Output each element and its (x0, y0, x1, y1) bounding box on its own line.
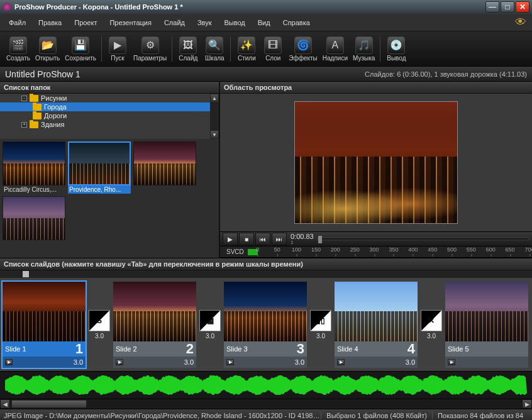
prev-button[interactable]: ⏮ (255, 233, 270, 245)
menu-правка[interactable]: Правка (32, 16, 68, 29)
transition-duration: 3.0 (427, 333, 436, 340)
transition-item[interactable]: ✕3.0 (420, 310, 443, 340)
menu-файл[interactable]: Файл (3, 16, 32, 29)
thumbnail-item[interactable] (133, 141, 196, 194)
playback-controls: ▶ ■ ⏮ ⏭ 0:00.831 (220, 231, 532, 246)
transition-item[interactable]: ▦3.0 (199, 310, 221, 340)
folder-icon (33, 113, 42, 119)
transition-item[interactable]: ▮▯3.0 (309, 310, 332, 340)
next-button[interactable]: ⏭ (272, 233, 287, 245)
сохранить-icon: 💾 (72, 36, 89, 54)
play-icon[interactable]: ▶ (116, 359, 123, 365)
folder-tree-scrollbar[interactable]: ▲ ▼ (210, 94, 219, 139)
slide-titlebar: Slide 11 (3, 341, 86, 356)
toolbar-пуск-button[interactable]: ▶Пуск (104, 35, 131, 63)
menu-презентация[interactable]: Презентация (103, 16, 157, 29)
playback-slider[interactable] (318, 238, 529, 240)
slide-[interactable]: Slide 5▶ (445, 282, 528, 368)
ruler-tick: 300 (370, 246, 379, 253)
slide-4[interactable]: Slide 44▶3.0 (335, 282, 418, 368)
thumbnail-caption: Piccadilly Circus,... (3, 185, 65, 194)
slide-titlebar: Slide 44 (335, 341, 418, 356)
status-count: Показано 84 файлов из 84 (432, 412, 528, 419)
scroll-left-icon[interactable]: ◀ (0, 399, 10, 409)
menu-слайд[interactable]: Слайд (158, 16, 191, 29)
стили-icon: ✨ (238, 36, 255, 54)
scroll-up-icon[interactable]: ▲ (210, 94, 219, 102)
folder-дороги[interactable]: Дороги (0, 111, 219, 120)
thumbnail-item[interactable]: Providence, Rho... (68, 141, 131, 194)
toolbar-слайд-button[interactable]: 🖼Слайд (175, 35, 201, 63)
preview-image (294, 101, 458, 224)
close-button[interactable]: ✕ (516, 1, 529, 13)
expand-toggle-icon[interactable]: - (21, 96, 27, 101)
folders-header: Список папок (0, 82, 219, 94)
audio-track[interactable] (0, 371, 532, 399)
project-title: Untitled ProShow 1 (5, 69, 80, 79)
transition-item[interactable]: S3.0 (88, 310, 111, 340)
toolbar-слои-button[interactable]: 🎞Слои (260, 35, 286, 63)
scroll-track[interactable] (10, 399, 522, 409)
minimize-button[interactable]: — (485, 1, 499, 13)
toolbar-создать-button[interactable]: 🎬Создать (4, 35, 33, 63)
toolbar-параметры-button[interactable]: ⚙Параметры (131, 35, 169, 63)
menu-вывод[interactable]: Вывод (218, 16, 252, 29)
play-button[interactable]: ▶ (223, 233, 238, 245)
folder-icon (30, 95, 38, 102)
toolbar-эффекты-button[interactable]: 🌀Эффекты (286, 35, 319, 63)
play-icon[interactable]: ▶ (226, 359, 234, 365)
слайд-icon: 🖼 (179, 36, 197, 54)
ab-marker-icon[interactable] (23, 271, 29, 277)
thumbnail-item[interactable]: Piccadilly Circus,... (3, 141, 65, 194)
пуск-icon: ▶ (109, 36, 126, 54)
toolbar-стили-button[interactable]: ✨Стили (233, 35, 260, 63)
toolbar-сохранить-button[interactable]: 💾Сохранить (62, 35, 99, 63)
menu-вид[interactable]: Вид (252, 16, 277, 29)
status-filepath: JPEG Image - D:\Мои документы\Рисунки\Го… (4, 412, 321, 419)
slide-2[interactable]: Slide 22▶3.0 (113, 282, 196, 368)
play-icon[interactable]: ▶ (448, 359, 455, 365)
menu-справка[interactable]: Справка (277, 16, 316, 29)
play-icon[interactable]: ▶ (5, 359, 13, 365)
preview-viewport (220, 94, 532, 231)
preview-eye-icon[interactable]: 👁 (512, 18, 529, 28)
transition-duration: 3.0 (95, 333, 104, 340)
scroll-right-icon[interactable]: ▶ (522, 399, 532, 409)
menu-проект[interactable]: Проект (68, 16, 103, 29)
ab-marker-row[interactable] (0, 270, 532, 278)
folder-города[interactable]: Города (0, 102, 219, 111)
maximize-button[interactable]: □ (501, 1, 514, 13)
slidelist-header: Список слайдов (нажмите клавишу «Tab» дл… (0, 258, 532, 270)
ruler-tick: 450 (428, 246, 437, 253)
play-icon[interactable]: ▶ (337, 359, 345, 365)
toolbar-надписи-button[interactable]: AНадписи (320, 35, 350, 63)
scroll-thumb[interactable] (11, 400, 87, 408)
menu-звук[interactable]: Звук (191, 16, 218, 29)
slide-3[interactable]: Slide 33▶3.0 (224, 282, 307, 368)
folder-рисунки[interactable]: -Рисунки (0, 94, 219, 102)
создать-icon: 🎬 (9, 36, 27, 54)
folder-tree[interactable]: -РисункиГородаДороги+Здания ▲ ▼ (0, 94, 219, 139)
ruler-tick: 100 (292, 246, 301, 253)
preview-ruler: SVCD 05010015020025030035040045050055060… (220, 246, 532, 258)
scroll-down-icon[interactable]: ▼ (210, 130, 219, 139)
expand-toggle-icon[interactable]: + (21, 122, 27, 128)
ruler-tick: 400 (408, 246, 418, 253)
scroll-track[interactable] (210, 102, 219, 130)
toolbar-шкала-button[interactable]: 🔍Шкала (201, 35, 228, 63)
thumbnail-image (133, 141, 196, 185)
timeline-scrollbar[interactable]: ◀ ▶ (0, 399, 532, 409)
toolbar-открыть-button[interactable]: 📂Открыть (33, 35, 62, 63)
ruler-tick: 50 (274, 246, 280, 253)
toolbar-музыка-button[interactable]: 🎵Музыка (350, 35, 377, 63)
toolbar-вывод-button[interactable]: 💿Вывод (383, 35, 409, 63)
folder-здания[interactable]: +Здания (0, 120, 219, 129)
слои-icon: 🎞 (264, 36, 282, 54)
slide-footer: ▶3.0 (113, 356, 196, 368)
ruler-tick: 500 (447, 246, 457, 253)
slide-card: Slide 44▶3.0✕3.0 (333, 279, 444, 370)
slide-1[interactable]: Slide 11▶3.0 (3, 282, 86, 368)
stop-button[interactable]: ■ (239, 233, 254, 245)
thumbnail-item[interactable] (3, 196, 65, 241)
transition-icon: ▮▯ (310, 310, 331, 331)
